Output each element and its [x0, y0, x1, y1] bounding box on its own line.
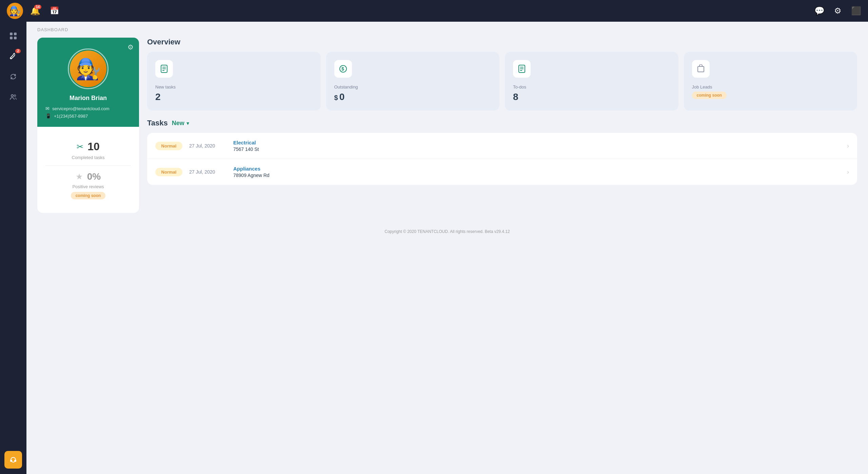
task-priority-badge: Normal: [155, 142, 182, 150]
right-panel: Overview New tasks: [147, 38, 857, 213]
svg-line-4: [11, 58, 12, 59]
profile-card-body: ✂ 10 Completed tasks ★ 0% Positive revie…: [37, 127, 139, 213]
chat-icon[interactable]: 💬: [814, 6, 825, 16]
svg-text:$: $: [341, 66, 344, 72]
breadcrumb: DASHBOARD: [26, 22, 868, 38]
profile-card: ⚙ 🧑‍🔧 Marion Brian ✉ servicepro@tenantcl…: [37, 38, 139, 213]
tasks-filter-label: New: [172, 120, 184, 127]
profile-settings-icon[interactable]: ⚙: [127, 43, 134, 51]
overview-title: Overview: [147, 38, 857, 46]
todos-icon-wrap: [513, 60, 531, 78]
todos-value: 8: [513, 92, 518, 102]
positive-reviews-label: Positive reviews: [72, 184, 104, 189]
svg-rect-18: [698, 66, 704, 72]
tools-stat-icon: ✂: [77, 142, 83, 152]
task-list: Normal 27 Jul, 2020 Electrical 7567 140 …: [147, 133, 857, 185]
profile-info: ✉ servicepro@tenantcloud.com 📱 +1(234)56…: [45, 106, 131, 119]
topbar-right-actions: 💬 ⚙ ⬛: [814, 6, 861, 16]
svg-rect-2: [10, 37, 13, 39]
new-tasks-label: New tasks: [155, 84, 176, 90]
sidebar-item-tools[interactable]: 2: [4, 47, 22, 65]
avatar-image: 🧑‍🔧: [7, 3, 23, 19]
tools-badge: 2: [15, 49, 21, 53]
task-info: Appliances 78909 Agnew Rd: [233, 166, 840, 178]
task-address: 78909 Agnew Rd: [233, 173, 840, 178]
new-tasks-value: 2: [155, 92, 161, 102]
overview-card-outstanding[interactable]: $ Outstanding $ 0: [326, 52, 500, 111]
email-icon: ✉: [45, 106, 50, 111]
svg-rect-0: [10, 33, 13, 35]
outstanding-amount: 0: [339, 92, 345, 102]
task-date: 27 Jul, 2020: [189, 169, 226, 175]
overview-section: Overview New tasks: [147, 38, 857, 111]
task-row-arrow-icon: ›: [847, 142, 849, 150]
outstanding-value: $ 0: [334, 92, 345, 102]
profile-email-row: ✉ servicepro@tenantcloud.com: [45, 106, 131, 111]
outstanding-icon-wrap: $: [334, 60, 352, 78]
profile-avatar-ring: 🧑‍🔧: [68, 48, 108, 89]
footer: Copyright © 2020 TENANTCLOUD. All rights…: [26, 224, 868, 239]
sidebar-item-grid[interactable]: [4, 27, 22, 45]
svg-point-6: [14, 95, 16, 97]
logout-icon[interactable]: ⬛: [851, 6, 861, 16]
topbar: 🧑‍🔧 🔔 14 📅 💬 ⚙ ⬛: [0, 0, 868, 22]
profile-avatar: 🧑‍🔧: [70, 51, 106, 87]
tasks-filter-chevron-icon: ▾: [186, 120, 189, 126]
settings-icon[interactable]: ⚙: [834, 6, 842, 16]
new-tasks-icon-wrap: [155, 60, 173, 78]
sidebar-item-sync[interactable]: [4, 68, 22, 85]
task-priority-badge: Normal: [155, 168, 182, 176]
svg-rect-3: [14, 37, 17, 39]
sidebar-bottom: [4, 451, 22, 469]
profile-email: servicepro@tenantcloud.com: [52, 106, 110, 111]
completed-tasks-stat: ✂ 10 Completed tasks: [45, 135, 131, 166]
tasks-title: Tasks: [147, 119, 168, 127]
task-date: 27 Jul, 2020: [189, 143, 226, 149]
overview-card-new-tasks[interactable]: New tasks 2: [147, 52, 321, 111]
overview-cards: New tasks 2 $ Outstanding: [147, 52, 857, 111]
overview-card-job-leads[interactable]: Job Leads coming soon: [684, 52, 857, 111]
completed-tasks-label: Completed tasks: [72, 155, 105, 160]
support-button[interactable]: [4, 451, 22, 469]
outstanding-label: Outstanding: [334, 84, 358, 90]
task-category: Appliances: [233, 166, 840, 172]
profile-phone-row: 📱 +1(234)567-8987: [45, 113, 131, 119]
overview-card-todos[interactable]: To-dos 8: [505, 52, 678, 111]
positive-reviews-stat: ★ 0% Positive reviews coming soon: [45, 166, 131, 205]
task-row[interactable]: Normal 27 Jul, 2020 Appliances 78909 Agn…: [147, 159, 857, 185]
task-info: Electrical 7567 140 St: [233, 140, 840, 152]
phone-icon: 📱: [45, 113, 51, 119]
tasks-filter-dropdown[interactable]: New ▾: [172, 120, 189, 127]
calendar-icon: 📅: [50, 6, 59, 15]
sidebar: 2: [0, 22, 26, 474]
task-category: Electrical: [233, 140, 840, 145]
sidebar-item-team[interactable]: [4, 88, 22, 106]
avatar[interactable]: 🧑‍🔧: [7, 3, 23, 19]
notifications-button[interactable]: 🔔 14: [28, 4, 42, 18]
main-content: DASHBOARD ⚙ 🧑‍🔧 Marion Brian ✉ serv: [26, 22, 868, 474]
task-address: 7567 140 St: [233, 146, 840, 152]
todos-label: To-dos: [513, 84, 526, 90]
task-row[interactable]: Normal 27 Jul, 2020 Electrical 7567 140 …: [147, 133, 857, 159]
tasks-section: Tasks New ▾ Normal 27 Jul, 2020 Electric…: [147, 119, 857, 185]
reviews-coming-soon-badge: coming soon: [71, 192, 106, 199]
star-icon: ★: [76, 172, 83, 181]
profile-phone: +1(234)567-8987: [54, 114, 88, 119]
notification-badge: 14: [34, 5, 41, 9]
calendar-button[interactable]: 📅: [47, 4, 61, 18]
job-leads-label: Job Leads: [692, 84, 712, 90]
profile-card-header: ⚙ 🧑‍🔧 Marion Brian ✉ servicepro@tenantcl…: [37, 38, 139, 127]
tasks-header: Tasks New ▾: [147, 119, 857, 127]
task-row-arrow-icon: ›: [847, 169, 849, 176]
completed-tasks-count: 10: [87, 140, 100, 153]
svg-rect-1: [14, 33, 17, 35]
positive-reviews-pct: 0%: [87, 171, 101, 182]
profile-name: Marion Brian: [70, 95, 107, 102]
job-leads-icon-wrap: [692, 60, 710, 78]
svg-point-5: [11, 95, 13, 97]
job-leads-coming-soon: coming soon: [692, 92, 727, 99]
